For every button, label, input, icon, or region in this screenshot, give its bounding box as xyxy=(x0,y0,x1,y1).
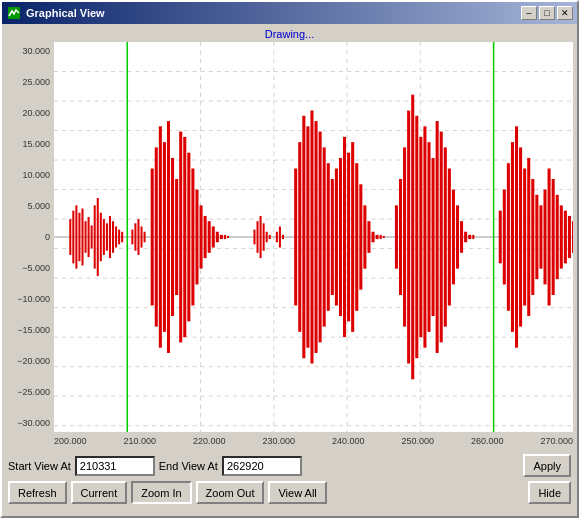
svg-rect-57 xyxy=(191,168,194,305)
svg-rect-31 xyxy=(91,225,93,248)
svg-rect-98 xyxy=(383,236,385,238)
view-range-row: Start View At End View At Apply xyxy=(8,454,571,477)
svg-rect-135 xyxy=(564,211,567,264)
svg-rect-24 xyxy=(69,219,71,255)
svg-rect-137 xyxy=(572,221,573,253)
svg-rect-64 xyxy=(220,235,223,239)
svg-rect-51 xyxy=(167,121,170,353)
svg-rect-40 xyxy=(118,230,120,245)
svg-rect-86 xyxy=(335,168,338,305)
svg-rect-134 xyxy=(560,205,563,268)
window-title: Graphical View xyxy=(26,7,521,19)
current-button[interactable]: Current xyxy=(71,481,128,504)
svg-rect-133 xyxy=(556,195,559,279)
svg-rect-90 xyxy=(351,142,354,332)
minimize-button[interactable]: – xyxy=(521,6,537,20)
content-area: Drawing... 30.000 25.000 20.000 15.000 1… xyxy=(2,24,577,516)
svg-rect-94 xyxy=(367,221,370,253)
svg-rect-84 xyxy=(327,163,330,311)
end-view-input[interactable] xyxy=(222,456,302,476)
svg-rect-27 xyxy=(78,213,80,261)
svg-rect-46 xyxy=(144,232,146,243)
svg-rect-115 xyxy=(460,221,463,253)
svg-rect-25 xyxy=(72,211,74,264)
svg-rect-56 xyxy=(187,153,190,322)
end-view-label: End View At xyxy=(159,460,218,472)
svg-rect-77 xyxy=(298,142,301,332)
svg-rect-80 xyxy=(310,111,313,364)
svg-rect-58 xyxy=(195,190,198,285)
svg-rect-61 xyxy=(208,221,211,253)
close-button[interactable]: ✕ xyxy=(557,6,573,20)
chart-section: 30.000 25.000 20.000 15.000 10.000 5.000… xyxy=(6,42,573,450)
svg-rect-37 xyxy=(109,216,111,258)
zoom-in-button[interactable]: Zoom In xyxy=(131,481,191,504)
svg-rect-97 xyxy=(380,235,382,239)
svg-rect-114 xyxy=(456,205,459,268)
svg-rect-108 xyxy=(432,158,435,316)
svg-rect-99 xyxy=(395,205,398,268)
status-label: Drawing... xyxy=(6,28,573,40)
svg-rect-91 xyxy=(355,163,358,311)
title-bar: Graphical View – □ ✕ xyxy=(2,2,577,24)
svg-rect-100 xyxy=(399,179,402,295)
refresh-button[interactable]: Refresh xyxy=(8,481,67,504)
svg-rect-119 xyxy=(499,211,502,264)
svg-rect-118 xyxy=(472,235,474,239)
svg-rect-116 xyxy=(464,232,467,243)
zoom-out-button[interactable]: Zoom Out xyxy=(196,481,265,504)
svg-rect-28 xyxy=(81,209,83,266)
svg-rect-44 xyxy=(137,219,139,255)
svg-rect-132 xyxy=(552,179,555,295)
svg-rect-128 xyxy=(535,195,538,279)
svg-rect-130 xyxy=(543,190,546,285)
svg-rect-34 xyxy=(100,213,102,261)
svg-rect-74 xyxy=(279,226,281,247)
x-axis: 200.000 210.000 220.000 230.000 240.000 … xyxy=(6,432,573,450)
svg-rect-112 xyxy=(448,168,451,305)
svg-rect-95 xyxy=(372,232,375,243)
maximize-button[interactable]: □ xyxy=(539,6,555,20)
svg-rect-104 xyxy=(415,116,418,358)
svg-rect-107 xyxy=(427,142,430,332)
svg-rect-43 xyxy=(134,223,136,250)
svg-rect-126 xyxy=(527,158,530,316)
svg-rect-59 xyxy=(200,205,203,268)
svg-rect-110 xyxy=(440,132,443,343)
graphical-view-window: Graphical View – □ ✕ Drawing... 30.000 2… xyxy=(0,0,579,518)
svg-rect-124 xyxy=(519,147,522,326)
start-view-label: Start View At xyxy=(8,460,71,472)
svg-rect-85 xyxy=(331,179,334,295)
svg-rect-42 xyxy=(131,230,133,245)
svg-rect-26 xyxy=(75,205,77,268)
svg-rect-38 xyxy=(112,221,114,253)
svg-rect-122 xyxy=(511,142,514,332)
svg-rect-109 xyxy=(436,121,439,353)
svg-rect-62 xyxy=(212,226,215,247)
view-all-button[interactable]: View All xyxy=(268,481,326,504)
svg-rect-82 xyxy=(319,132,322,343)
svg-rect-106 xyxy=(423,126,426,347)
chart-canvas xyxy=(54,42,573,432)
apply-button[interactable]: Apply xyxy=(523,454,571,477)
svg-rect-136 xyxy=(568,216,571,258)
start-view-input[interactable] xyxy=(75,456,155,476)
action-row: Refresh Current Zoom In Zoom Out View Al… xyxy=(8,481,571,504)
svg-rect-50 xyxy=(163,142,166,332)
svg-rect-68 xyxy=(257,221,259,253)
svg-rect-78 xyxy=(302,116,305,358)
svg-rect-88 xyxy=(343,137,346,337)
svg-rect-76 xyxy=(294,168,297,305)
hide-button[interactable]: Hide xyxy=(528,481,571,504)
window-controls: – □ ✕ xyxy=(521,6,573,20)
svg-rect-117 xyxy=(468,235,471,239)
svg-rect-79 xyxy=(306,126,309,347)
svg-rect-103 xyxy=(411,95,414,380)
svg-rect-75 xyxy=(282,235,284,239)
svg-rect-127 xyxy=(531,179,534,295)
svg-rect-41 xyxy=(121,232,123,243)
svg-rect-73 xyxy=(276,232,278,243)
svg-rect-48 xyxy=(155,147,158,326)
svg-rect-39 xyxy=(115,226,117,247)
svg-rect-96 xyxy=(376,235,379,239)
